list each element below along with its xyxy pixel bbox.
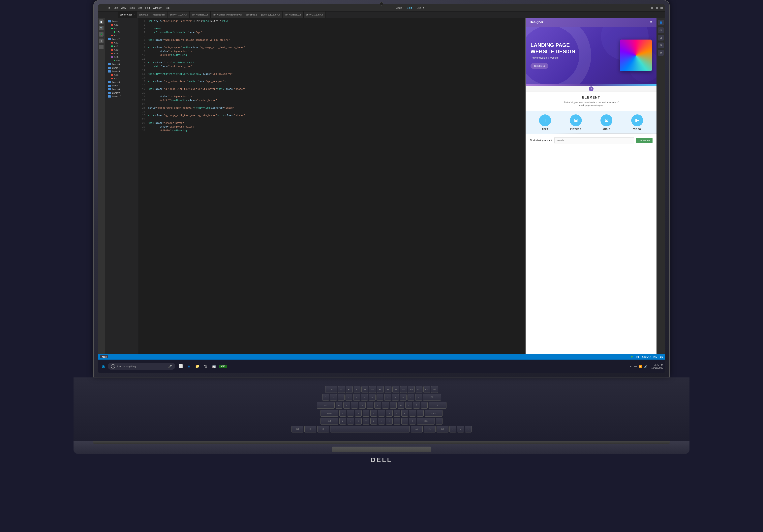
- file-tab-sfm1[interactable]: sfm_validatev7.js: [189, 12, 210, 18]
- file-tab-jquery3[interactable]: jquery-1.7.6.min.js: [304, 12, 326, 18]
- key-y[interactable]: Y: [374, 402, 381, 409]
- key-w[interactable]: W: [343, 402, 350, 409]
- key-bracket-r[interactable]: ]: [421, 402, 428, 409]
- volume-icon[interactable]: 🔊: [644, 365, 647, 368]
- key-f4[interactable]: F4: [362, 386, 368, 393]
- layer-1-alt2[interactable]: Alt 2: [105, 27, 139, 30]
- key-minus[interactable]: -: [407, 394, 414, 401]
- layer-2-v2a[interactable]: v2a: [105, 59, 139, 62]
- key-fn[interactable]: Fn: [424, 426, 436, 432]
- layer-1-v2b[interactable]: v2b: [105, 30, 139, 34]
- key-capslock[interactable]: Caps: [320, 410, 338, 417]
- tab-live[interactable]: Live ▼: [417, 6, 425, 9]
- key-f8[interactable]: F8: [392, 386, 399, 393]
- key-b[interactable]: B: [371, 418, 377, 425]
- key-x[interactable]: X: [347, 418, 354, 425]
- layer-1-alt3[interactable]: Alt 3: [105, 34, 139, 37]
- rsb-icon-settings[interactable]: ⚙: [658, 50, 664, 55]
- key-equals[interactable]: =: [415, 394, 422, 401]
- sidebar-icon-more[interactable]: ···: [99, 45, 104, 49]
- key-a[interactable]: A: [339, 410, 346, 417]
- web-badge[interactable]: WEB: [219, 365, 227, 368]
- key-bracket-l[interactable]: [: [413, 402, 420, 409]
- key-n[interactable]: N: [378, 418, 385, 425]
- text-icon-circle[interactable]: T: [539, 114, 551, 126]
- layer-2-alt2[interactable]: Alt 2: [105, 45, 139, 48]
- search-input[interactable]: [554, 138, 634, 144]
- key-alt-r[interactable]: Alt: [411, 426, 423, 432]
- key-ctrl-r[interactable]: Ctrl: [437, 426, 448, 432]
- windows-logo[interactable]: ⊞: [102, 364, 105, 369]
- key-esc[interactable]: Esc: [325, 386, 337, 393]
- microphone-icon[interactable]: 🎤: [168, 365, 172, 368]
- key-0[interactable]: 0: [400, 394, 406, 401]
- layer-7[interactable]: Layer 7: [105, 84, 139, 87]
- close-button[interactable]: [660, 7, 663, 9]
- key-7[interactable]: 7: [377, 394, 383, 401]
- menu-file[interactable]: File: [106, 7, 110, 9]
- maximize-button[interactable]: [656, 7, 658, 9]
- key-m[interactable]: M: [386, 418, 392, 425]
- android-icon[interactable]: 🤖: [211, 363, 217, 369]
- key-slash[interactable]: /: [409, 418, 416, 425]
- layer-9[interactable]: Layer 9: [105, 91, 139, 95]
- rsb-icon-layout[interactable]: ⊟: [658, 35, 664, 41]
- key-5[interactable]: 5: [361, 394, 368, 401]
- layer-2-alt3[interactable]: Alt 3: [105, 48, 139, 52]
- file-tab-jquery[interactable]: jquery-4.7.2.min.js: [168, 12, 190, 18]
- code-area[interactable]: 12345678910 11121314151617181920 2122232…: [139, 18, 525, 354]
- key-up[interactable]: ↑: [436, 418, 443, 425]
- key-z[interactable]: Z: [339, 418, 346, 425]
- layer-1-alt1[interactable]: Alt 1: [105, 23, 139, 27]
- chevron-down-button[interactable]: ∨: [589, 86, 594, 91]
- key-g[interactable]: G: [371, 410, 377, 417]
- sidebar-icon-file[interactable]: 📄: [99, 20, 104, 24]
- file-tab-sfm3[interactable]: sfm_validatev9.js: [282, 12, 303, 18]
- key-enter[interactable]: Enter: [425, 410, 443, 417]
- file-tab-bootstrap-js[interactable]: bootstrap.js: [244, 12, 259, 18]
- key-win[interactable]: ⊞: [304, 426, 316, 432]
- key-f2[interactable]: F2: [346, 386, 353, 393]
- layer-10[interactable]: Layer 10: [105, 95, 139, 98]
- layer-2-alt4[interactable]: Alt 4: [105, 52, 139, 55]
- tab-code[interactable]: Code: [396, 6, 402, 9]
- key-k[interactable]: K: [393, 410, 400, 417]
- key-tab[interactable]: Tab: [317, 402, 335, 409]
- layer-5-alt1[interactable]: Alt 1: [105, 73, 139, 77]
- key-right[interactable]: →: [465, 426, 472, 432]
- key-3[interactable]: 3: [346, 394, 352, 401]
- file-tab-source[interactable]: Source Code ×: [118, 12, 137, 18]
- key-o[interactable]: O: [397, 402, 404, 409]
- menu-find[interactable]: Find: [145, 7, 150, 9]
- menu-view[interactable]: View: [121, 7, 126, 9]
- key-f7[interactable]: F7: [385, 386, 391, 393]
- search-get-started-button[interactable]: Get started: [636, 138, 653, 143]
- key-f9[interactable]: F9: [400, 386, 407, 393]
- key-space[interactable]: [330, 426, 410, 432]
- key-backtick[interactable]: `: [322, 394, 329, 401]
- trackpad[interactable]: [332, 447, 431, 452]
- tab-split[interactable]: Split: [407, 6, 412, 9]
- sidebar-icon-layers[interactable]: ⊞: [99, 39, 104, 43]
- key-f5[interactable]: F5: [369, 386, 376, 393]
- key-ctrl-l[interactable]: Ctrl: [291, 426, 303, 432]
- key-p[interactable]: P: [405, 402, 412, 409]
- key-alt-l[interactable]: Alt: [317, 426, 329, 432]
- menu-site[interactable]: Site: [138, 7, 142, 9]
- key-2[interactable]: 2: [338, 394, 345, 401]
- taskbar-search[interactable]: ○ Ask me anything 🎤: [108, 363, 175, 370]
- edge-icon[interactable]: e: [186, 363, 192, 369]
- layer-8[interactable]: Layer 8: [105, 87, 139, 91]
- designer-menu-icon[interactable]: ≡: [650, 20, 653, 25]
- layer-1[interactable]: Layer 1: [105, 20, 139, 23]
- key-s[interactable]: S: [347, 410, 354, 417]
- key-period[interactable]: .: [401, 418, 408, 425]
- rsb-icon-grid[interactable]: ⊞: [658, 43, 664, 48]
- key-d[interactable]: D: [355, 410, 362, 417]
- key-v[interactable]: V: [363, 418, 370, 425]
- key-f10[interactable]: F10: [408, 386, 415, 393]
- key-semicolon[interactable]: ;: [409, 410, 416, 417]
- key-f3[interactable]: F3: [354, 386, 361, 393]
- menu-edit[interactable]: Edit: [113, 7, 118, 9]
- key-4[interactable]: 4: [353, 394, 360, 401]
